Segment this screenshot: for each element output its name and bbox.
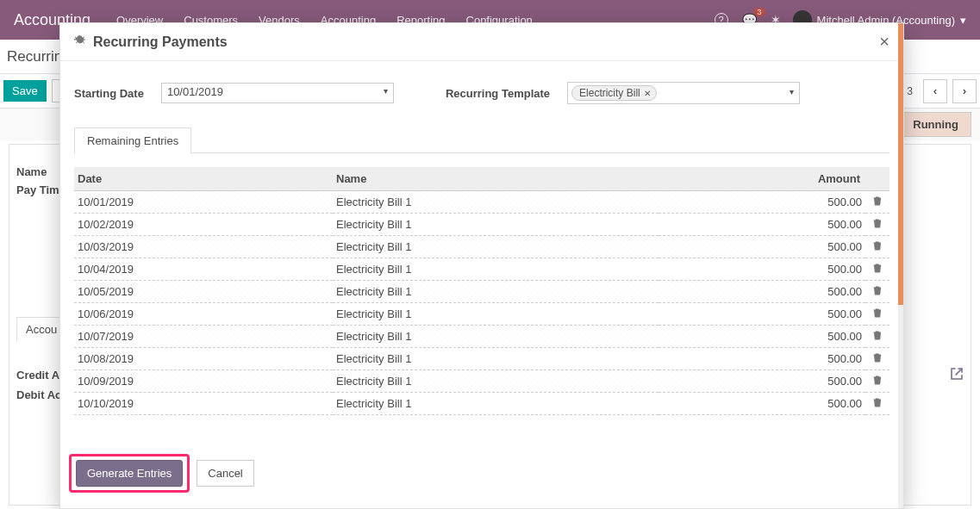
cell-amount: 500.00 <box>659 370 865 393</box>
cell-name: Electricity Bill 1 <box>333 236 659 258</box>
pager-next-button[interactable]: › <box>952 79 977 103</box>
modal-form-row: Starting Date 10/01/2019 Recurring Templ… <box>74 82 889 104</box>
cell-name: Electricity Bill 1 <box>333 303 659 326</box>
modal-footer: Generate Entries Cancel <box>60 445 903 508</box>
cell-amount: 500.00 <box>659 191 865 214</box>
cell-amount: 500.00 <box>659 393 865 415</box>
cell-date: 10/08/2019 <box>74 348 333 370</box>
cell-name: Electricity Bill 1 <box>333 348 659 370</box>
row-delete-icon[interactable] <box>865 236 889 258</box>
cell-date: 10/04/2019 <box>74 258 333 281</box>
modal-title: Recurring Payments <box>93 34 879 50</box>
cell-amount: 500.00 <box>659 258 865 281</box>
tag-remove-icon[interactable]: ✕ <box>644 89 651 98</box>
starting-date-input[interactable]: 10/01/2019 <box>161 83 394 103</box>
table-row[interactable]: 10/07/2019Electricity Bill 1500.00 <box>74 326 889 348</box>
template-tag-label: Electricity Bill <box>579 87 640 99</box>
recurring-template-input[interactable]: Electricity Bill ✕ <box>567 82 800 104</box>
col-date[interactable]: Date <box>74 167 333 191</box>
save-button[interactable]: Save <box>3 80 47 102</box>
col-name[interactable]: Name <box>333 167 659 191</box>
highlight-box: Generate Entries <box>69 454 190 493</box>
cell-date: 10/05/2019 <box>74 281 333 303</box>
table-row[interactable]: 10/08/2019Electricity Bill 1500.00 <box>74 348 889 370</box>
cell-date: 10/01/2019 <box>74 191 333 214</box>
table-row[interactable]: 10/10/2019Electricity Bill 1500.00 <box>74 393 889 415</box>
cell-date: 10/02/2019 <box>74 214 333 236</box>
entries-grid: Date Name Amount 10/01/2019Electricity B… <box>74 167 889 445</box>
close-icon[interactable]: × <box>879 32 889 52</box>
modal-header: Recurring Payments × <box>60 23 903 61</box>
cell-name: Electricity Bill 1 <box>333 281 659 303</box>
cell-name: Electricity Bill 1 <box>333 370 659 393</box>
starting-date-value: 10/01/2019 <box>167 85 223 98</box>
cell-name: Electricity Bill 1 <box>333 258 659 281</box>
table-row[interactable]: 10/02/2019Electricity Bill 1500.00 <box>74 214 889 236</box>
cell-date: 10/09/2019 <box>74 370 333 393</box>
table-row[interactable]: 10/04/2019Electricity Bill 1500.00 <box>74 258 889 281</box>
row-delete-icon[interactable] <box>865 281 889 303</box>
row-delete-icon[interactable] <box>865 348 889 370</box>
modal-body: Starting Date 10/01/2019 Recurring Templ… <box>60 61 903 445</box>
pager-prev-button[interactable]: ‹ <box>923 79 947 103</box>
caret-down-icon: ▾ <box>960 14 966 27</box>
generate-entries-button[interactable]: Generate Entries <box>76 460 183 487</box>
bug-icon[interactable] <box>74 34 86 49</box>
cell-amount: 500.00 <box>659 303 865 326</box>
table-row[interactable]: 10/09/2019Electricity Bill 1500.00 <box>74 370 889 393</box>
row-delete-icon[interactable] <box>865 258 889 281</box>
row-delete-icon[interactable] <box>865 370 889 393</box>
external-link-icon[interactable] <box>950 367 964 383</box>
cell-amount: 500.00 <box>659 348 865 370</box>
cell-amount: 500.00 <box>659 214 865 236</box>
table-row[interactable]: 10/05/2019Electricity Bill 1500.00 <box>74 281 889 303</box>
cell-date: 10/07/2019 <box>74 326 333 348</box>
cell-date: 10/06/2019 <box>74 303 333 326</box>
row-delete-icon[interactable] <box>865 393 889 415</box>
cell-date: 10/03/2019 <box>74 236 333 258</box>
cell-date: 10/10/2019 <box>74 393 333 415</box>
col-amount[interactable]: Amount <box>659 167 865 191</box>
status-running[interactable]: Running <box>898 112 971 137</box>
cancel-button[interactable]: Cancel <box>197 460 253 487</box>
tab-remaining-entries[interactable]: Remaining Entries <box>74 127 191 154</box>
cell-amount: 500.00 <box>659 236 865 258</box>
modal-tabs: Remaining Entries <box>74 127 889 153</box>
cell-amount: 500.00 <box>659 326 865 348</box>
cell-name: Electricity Bill 1 <box>333 326 659 348</box>
row-delete-icon[interactable] <box>865 326 889 348</box>
recurring-template-label: Recurring Template <box>446 87 550 100</box>
row-delete-icon[interactable] <box>865 303 889 326</box>
table-row[interactable]: 10/01/2019Electricity Bill 1500.00 <box>74 191 889 214</box>
row-delete-icon[interactable] <box>865 191 889 214</box>
cell-name: Electricity Bill 1 <box>333 191 659 214</box>
recurring-payments-modal: Recurring Payments × Starting Date 10/01… <box>59 22 904 509</box>
cell-amount: 500.00 <box>659 281 865 303</box>
messages-badge: 3 <box>754 8 765 16</box>
cell-name: Electricity Bill 1 <box>333 214 659 236</box>
template-tag: Electricity Bill ✕ <box>571 85 657 101</box>
table-row[interactable]: 10/06/2019Electricity Bill 1500.00 <box>74 303 889 326</box>
col-trash <box>865 167 889 191</box>
row-delete-icon[interactable] <box>865 214 889 236</box>
table-header-row: Date Name Amount <box>74 167 889 191</box>
table-row[interactable]: 10/03/2019Electricity Bill 1500.00 <box>74 236 889 258</box>
starting-date-label: Starting Date <box>74 87 144 100</box>
cell-name: Electricity Bill 1 <box>333 393 659 415</box>
